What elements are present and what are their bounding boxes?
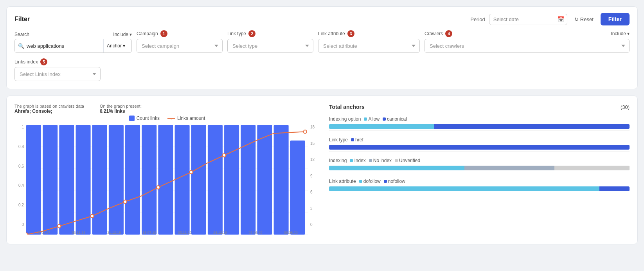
- x-label-2: 06.11.18: [61, 231, 95, 235]
- svg-rect-17: [208, 125, 223, 235]
- stat-legend-indexing_option-Allow: Allow: [364, 116, 380, 122]
- search-input[interactable]: [27, 43, 103, 49]
- crawlers-include-button[interactable]: Include ▾: [611, 31, 630, 36]
- total-anchors-label: Total anchors: [329, 104, 365, 110]
- main-content: The graph is based on crawlers data Ahre…: [6, 96, 638, 244]
- x-axis-labels: 04.07.17 06.11.18 31.12.18 16.07.19 03.1…: [26, 231, 308, 235]
- svg-rect-7: [43, 125, 58, 235]
- period-input[interactable]: [489, 14, 567, 25]
- stat-dot: [364, 117, 367, 121]
- legend-count-links: Count links: [129, 116, 160, 121]
- x-label-4: 16.07.19: [132, 231, 166, 235]
- stat-dot: [369, 159, 372, 162]
- include-button[interactable]: Include ▾: [113, 32, 132, 37]
- campaign-select[interactable]: Select campaign: [137, 39, 223, 53]
- reset-button[interactable]: ↻ Reset: [571, 14, 597, 25]
- link-attribute-select[interactable]: Select attribute: [318, 39, 420, 53]
- search-type-button[interactable]: Anchor ▾: [103, 39, 128, 52]
- stat-legend-label: No index: [373, 158, 392, 163]
- links-index-label-text: Links index: [14, 59, 38, 65]
- chart-svg: [26, 125, 308, 235]
- stat-legend-label: Unverified: [399, 158, 420, 163]
- link-attribute-group: Link attribute 3 Select attribute: [318, 30, 420, 53]
- total-anchors-header: Total anchors (30): [329, 104, 630, 110]
- period-label: Period: [470, 16, 485, 22]
- stat-header-link_type: Link typehref: [329, 137, 630, 143]
- crawlers-include-label: Include: [611, 31, 626, 36]
- svg-rect-18: [224, 125, 239, 235]
- include-chevron-icon: ▾: [130, 32, 132, 37]
- crawlers-select[interactable]: Select crawlers: [425, 39, 630, 53]
- include-label: Include: [113, 32, 128, 37]
- x-label-5: 03.11.19: [168, 231, 202, 235]
- stat-bar-link_type: [329, 145, 630, 150]
- campaign-group: Campaign 1 Select campaign: [137, 30, 223, 53]
- stat-block-indexing: IndexingIndexNo indexUnverified: [329, 158, 630, 172]
- x-label-3: 31.12.18: [97, 231, 131, 235]
- period-input-wrapper: 📅: [489, 14, 567, 25]
- stat-bar-link_attribute: [329, 186, 630, 191]
- svg-rect-15: [175, 125, 190, 235]
- y-axis-right: 18 15 12 9 6 3 0: [308, 125, 320, 235]
- svg-point-26: [124, 200, 127, 204]
- crawlers-group: Crawlers 4 Include ▾ Select crawlers: [425, 30, 630, 53]
- svg-rect-22: [290, 141, 305, 235]
- stat-label-link_type: Link type: [329, 137, 348, 143]
- stat-bar-segment-Index: [329, 166, 464, 170]
- stat-label-link_attribute: Link attribute: [329, 179, 356, 184]
- stat-label-indexing: Indexing: [329, 158, 347, 163]
- stat-legend-link_type-href: href: [351, 137, 363, 143]
- svg-rect-10: [92, 125, 107, 235]
- links-index-badge: 5: [40, 58, 47, 65]
- stat-divider: [329, 172, 630, 172]
- chart-present-label: On the graph present:: [100, 104, 142, 108]
- stat-header-indexing_option: Indexing optionAllowcanonical: [329, 116, 630, 122]
- stat-dot: [351, 138, 354, 141]
- chart-crawlers-label: The graph is based on crawlers data: [14, 104, 84, 108]
- filter-panel: Filter Period 📅 ↻ Reset Filter Search: [6, 6, 638, 89]
- legend-count-links-box: [129, 116, 135, 121]
- right-panel: Total anchors (30) Indexing optionAllowc…: [329, 104, 630, 236]
- search-input-wrapper: 🔍 Anchor ▾: [14, 39, 132, 53]
- svg-point-28: [190, 170, 193, 174]
- link-type-badge: 2: [248, 30, 255, 37]
- stat-bar-segment-Allow: [329, 124, 434, 129]
- search-icon: 🔍: [18, 43, 24, 49]
- svg-rect-19: [241, 125, 255, 235]
- svg-rect-21: [274, 125, 289, 235]
- stat-legend-indexing-Index: Index: [350, 158, 365, 163]
- search-type-label: Anchor: [107, 43, 122, 49]
- filter-period: Period 📅 ↻ Reset Filter: [470, 13, 630, 25]
- stat-dot: [359, 180, 362, 183]
- filter-button[interactable]: Filter: [601, 13, 630, 25]
- stat-legend-label: Index: [354, 158, 365, 163]
- svg-rect-11: [109, 125, 124, 235]
- reset-icon: ↻: [574, 16, 579, 22]
- stat-bar-segment-nofollow: [599, 186, 630, 191]
- stat-header-indexing: IndexingIndexNo indexUnverified: [329, 158, 630, 163]
- stat-legend-label: Allow: [368, 116, 380, 122]
- svg-rect-20: [257, 125, 272, 235]
- stat-block-link_type: Link typehref: [329, 137, 630, 152]
- svg-point-24: [58, 224, 61, 228]
- stat-legend-link_attribute-nofollow: nofollow: [384, 179, 405, 184]
- stat-legend-indexing-Unverified: Unverified: [395, 158, 420, 163]
- chart-area: The graph is based on crawlers data Ahre…: [14, 104, 320, 236]
- stat-legend-label: nofollow: [388, 179, 405, 184]
- link-type-select[interactable]: Select type: [227, 39, 313, 53]
- stats-container: Indexing optionAllowcanonicalLink typehr…: [329, 116, 630, 191]
- stat-label-indexing_option: Indexing option: [329, 116, 361, 122]
- filter-row-1: Search Include ▾ 🔍 Anchor ▾: [14, 30, 630, 53]
- chart-crawlers-value: Ahrefs; Console;: [14, 108, 84, 114]
- svg-point-29: [223, 154, 226, 157]
- svg-rect-6: [26, 125, 41, 235]
- stat-dot: [350, 159, 353, 162]
- x-label-7: 07.06.20: [238, 231, 272, 235]
- stat-bar-segment-canonical: [434, 124, 630, 129]
- svg-rect-13: [142, 125, 157, 235]
- stat-legend-label: dofollow: [363, 179, 381, 184]
- search-type-chevron-icon: ▾: [123, 43, 125, 49]
- crawlers-label-text: Crawlers: [425, 31, 443, 36]
- links-index-select[interactable]: Select Links index: [14, 67, 101, 81]
- stat-header-link_attribute: Link attributedofollownofollow: [329, 179, 630, 184]
